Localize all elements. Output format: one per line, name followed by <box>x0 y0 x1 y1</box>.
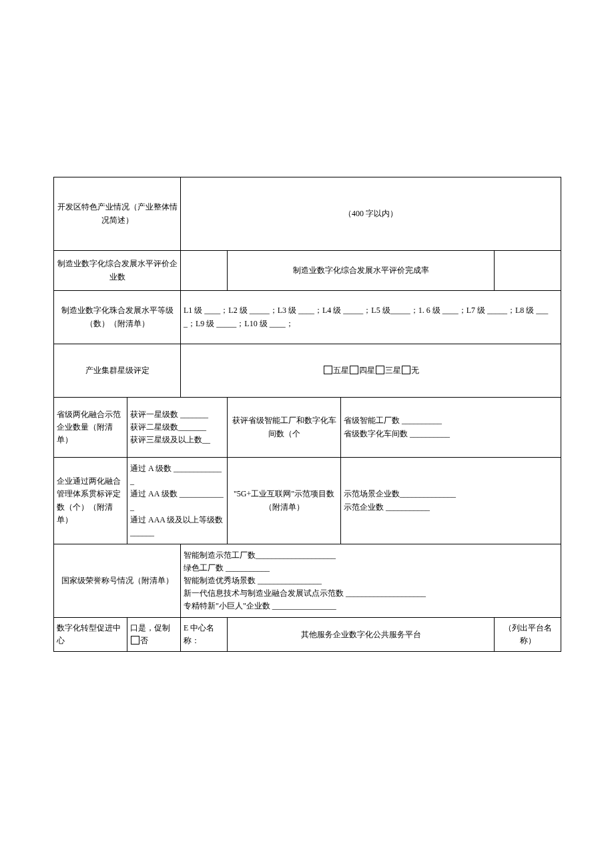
row2-label2: 制造业数字化综合发展水平评价完成率 <box>228 251 495 291</box>
row5-c2a: 获评一星级数 _______ <box>130 408 224 421</box>
row2-input1[interactable] <box>181 251 228 291</box>
row7-l2: 绿色工厂数 ___________ <box>184 562 558 574</box>
opt-3star: 三星 <box>385 366 401 375</box>
row6-c4a: 示范场景企业数______________ <box>344 488 558 500</box>
row5-c4a: 省级智能工厂数 __________ <box>344 414 558 427</box>
row4-options[interactable]: 五星四星三星无 <box>181 344 561 398</box>
row8-c2b: 否 <box>140 636 148 645</box>
row1-value[interactable]: （400 字以内） <box>181 177 561 251</box>
row1-label: 开发区特色产业情况（产业整体情况简述） <box>54 177 181 251</box>
row3-text[interactable]: L1 级 ____；L2 级 _____；L3 级 ____；L4 级 ____… <box>181 291 561 344</box>
row8-c2[interactable]: 口是，促制 否 <box>127 618 181 652</box>
row5-c2c: 获评三星级及以上数__ <box>130 434 224 446</box>
row7-l5: 专精特新"小巨人"企业数 ________________ <box>184 600 558 612</box>
row7-l1: 智能制造示范工厂数____________________ <box>184 549 558 562</box>
checkbox-3star[interactable] <box>376 366 384 374</box>
row8-c3[interactable]: E 中心名称： <box>181 618 228 652</box>
opt-none: 无 <box>411 366 419 375</box>
row8-c4: 其他服务企业数字化公共服务平台 <box>228 618 495 652</box>
row8-c1: 数字化转型促进中心 <box>54 618 127 652</box>
opt-5star: 五星 <box>333 366 349 375</box>
row2-input2[interactable] <box>495 251 561 291</box>
checkbox-4star[interactable] <box>350 366 358 374</box>
row7-l3: 智能制造优秀场景数 ________________ <box>184 574 558 587</box>
row6-c2[interactable]: 通过 A 级数 _____________ 通过 AA 级数 _________… <box>127 458 228 544</box>
row8-c5[interactable]: （列出平台名称） <box>495 618 561 652</box>
row5-c1: 省级两化融合示范企业数量（附清单） <box>54 398 127 458</box>
row5-c2b: 获评二星级数_______ <box>130 421 224 434</box>
row7-content[interactable]: 智能制造示范工厂数____________________ 绿色工厂数 ____… <box>181 544 561 618</box>
row6-c1: 企业通过两化融合管理体系贯标评定数（个）（附清单） <box>54 458 127 544</box>
row2-label1: 制造业数字化综合发展水平评价企业数 <box>54 251 181 291</box>
row5-c2[interactable]: 获评一星级数 _______ 获评二星级数_______ 获评三星级及以上数__ <box>127 398 228 458</box>
row5-c3: 获评省级智能工厂和数字化车间数（个 <box>228 398 341 458</box>
row8-c2a: 口是，促制 <box>130 623 170 632</box>
row7-label: 国家级荣誉称号情况（附清单） <box>54 544 181 618</box>
row6-c3: "5G+工业互联网"示范项目数（附清单） <box>228 458 341 544</box>
form-table: 开发区特色产业情况（产业整体情况简述） （400 字以内） 制造业数字化综合发展… <box>53 177 561 652</box>
row6-c4[interactable]: 示范场景企业数______________ 示范企业数 ___________ <box>341 458 561 544</box>
checkbox-5star[interactable] <box>324 366 332 374</box>
row6-c4b: 示范企业数 ___________ <box>344 501 558 514</box>
row4-label: 产业集群星级评定 <box>54 344 181 398</box>
row6-c2b: 通过 AA 级数 ____________ <box>130 488 224 513</box>
row7-l4: 新一代信息技术与制造业融合发展试点示范数 ___________________… <box>184 587 558 600</box>
opt-4star: 四星 <box>359 366 375 375</box>
checkbox-no[interactable] <box>131 636 139 644</box>
row5-c4b: 省级数字化车间数 __________ <box>344 428 558 440</box>
checkbox-none[interactable] <box>402 366 410 374</box>
row5-c4[interactable]: 省级智能工厂数 __________ 省级数字化车间数 __________ <box>341 398 561 458</box>
row6-c2a: 通过 A 级数 _____________ <box>130 462 224 488</box>
row6-c2c: 通过 AAA 级及以上等级数 ______ <box>130 514 224 539</box>
row3-label: 制造业数字化珠合发展水平等级（数）（附清单） <box>54 291 181 344</box>
